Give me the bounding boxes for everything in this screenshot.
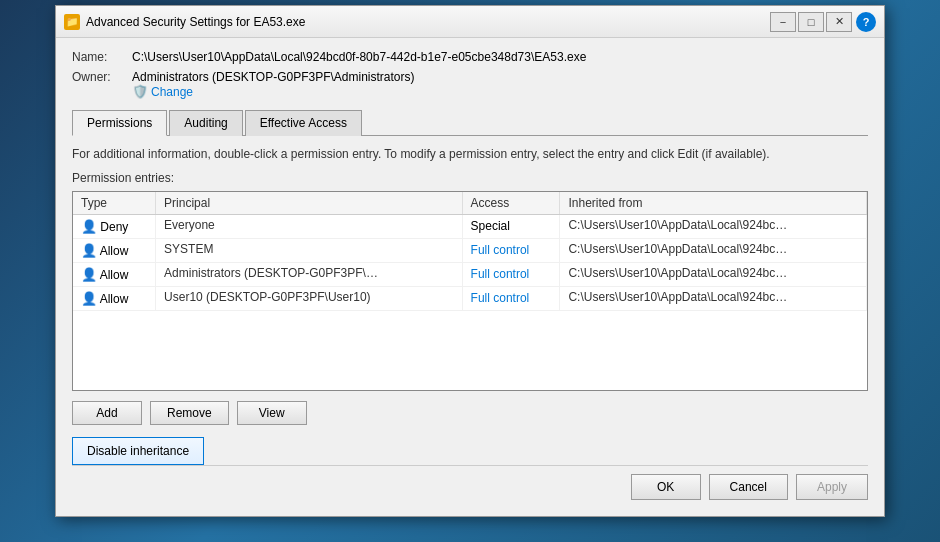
ok-button[interactable]: OK	[631, 474, 701, 500]
access-link[interactable]: Full control	[471, 267, 530, 281]
cell-principal: Administrators (DESKTOP-G0PF3PF\Admini..…	[156, 262, 463, 286]
type-label: Allow	[100, 244, 129, 258]
tab-permissions[interactable]: Permissions	[72, 110, 167, 136]
description-text: For additional information, double-click…	[72, 146, 868, 163]
cell-inherited: C:\Users\User10\AppData\Local\924bcd0f-8…	[560, 238, 867, 262]
shield-icon: 🛡️	[132, 84, 148, 99]
cell-inherited: C:\Users\User10\AppData\Local\924bcd0f-8…	[560, 262, 867, 286]
owner-label: Owner:	[72, 70, 132, 84]
cell-principal: User10 (DESKTOP-G0PF3PF\User10)	[156, 286, 463, 310]
cell-type: 👤 Allow	[73, 238, 156, 262]
cell-type: 👤 Deny	[73, 214, 156, 238]
cell-inherited: C:\Users\User10\AppData\Local\924bcd0f-8…	[560, 214, 867, 238]
principal-value: Everyone	[164, 218, 215, 232]
apply-button[interactable]: Apply	[796, 474, 868, 500]
inherited-value: C:\Users\User10\AppData\Local\924bcd0f-8…	[568, 266, 788, 280]
table-header: Type Principal Access Inherited from	[73, 192, 867, 215]
access-value: Special	[471, 219, 510, 233]
table-row[interactable]: 👤 Allow Administrators (DESKTOP-G0PF3PF\…	[73, 262, 867, 286]
type-label: Allow	[100, 268, 129, 282]
owner-value: Administrators (DESKTOP-G0PF3PF\Administ…	[132, 70, 868, 99]
user-icon: 👤	[81, 243, 97, 258]
cell-access: Full control	[462, 238, 560, 262]
folder-icon	[64, 14, 80, 30]
dialog: Advanced Security Settings for EA53.exe …	[55, 5, 885, 517]
user-icon: 👤	[81, 291, 97, 306]
cell-type: 👤 Allow	[73, 286, 156, 310]
cell-access: Full control	[462, 262, 560, 286]
section-label: Permission entries:	[72, 171, 868, 185]
name-value: C:\Users\User10\AppData\Local\924bcd0f-8…	[132, 50, 868, 64]
disable-inheritance-button[interactable]: Disable inheritance	[72, 437, 204, 465]
type-label: Deny	[100, 220, 128, 234]
tab-auditing[interactable]: Auditing	[169, 110, 242, 136]
minimize-button[interactable]: −	[770, 12, 796, 32]
table-row[interactable]: 👤 Allow SYSTEM Full control C:\Users\Use…	[73, 238, 867, 262]
cell-type: 👤 Allow	[73, 262, 156, 286]
dialog-body: Name: C:\Users\User10\AppData\Local\924b…	[56, 38, 884, 516]
principal-value: SYSTEM	[164, 242, 213, 256]
window-controls: − □ ✕	[770, 12, 852, 32]
inheritance-section: Disable inheritance	[72, 437, 868, 465]
view-button[interactable]: View	[237, 401, 307, 425]
user-icon: 👤	[81, 219, 97, 234]
permission-table: Type Principal Access Inherited from 👤 D…	[73, 192, 867, 311]
table-row[interactable]: 👤 Deny Everyone Special C:\Users\User10\…	[73, 214, 867, 238]
change-label: Change	[151, 85, 193, 99]
tabs-row: Permissions Auditing Effective Access	[72, 109, 868, 136]
name-row: Name: C:\Users\User10\AppData\Local\924b…	[72, 50, 868, 64]
access-link[interactable]: Full control	[471, 291, 530, 305]
principal-value: Administrators (DESKTOP-G0PF3PF\Admini..…	[164, 266, 384, 280]
name-label: Name:	[72, 50, 132, 64]
table-body: 👤 Deny Everyone Special C:\Users\User10\…	[73, 214, 867, 310]
inherited-value: C:\Users\User10\AppData\Local\924bcd0f-8…	[568, 290, 788, 304]
title-bar: Advanced Security Settings for EA53.exe …	[56, 6, 884, 38]
add-button[interactable]: Add	[72, 401, 142, 425]
inherited-value: C:\Users\User10\AppData\Local\924bcd0f-8…	[568, 218, 788, 232]
tab-effective-access[interactable]: Effective Access	[245, 110, 362, 136]
remove-button[interactable]: Remove	[150, 401, 229, 425]
close-button[interactable]: ✕	[826, 12, 852, 32]
principal-value: User10 (DESKTOP-G0PF3PF\User10)	[164, 290, 371, 304]
cancel-button[interactable]: Cancel	[709, 474, 788, 500]
cell-access: Full control	[462, 286, 560, 310]
col-principal: Principal	[156, 192, 463, 215]
change-link[interactable]: 🛡️ Change	[132, 84, 868, 99]
title-bar-left: Advanced Security Settings for EA53.exe	[64, 14, 305, 30]
col-access: Access	[462, 192, 560, 215]
cell-access: Special	[462, 214, 560, 238]
cell-principal: Everyone	[156, 214, 463, 238]
type-label: Allow	[100, 292, 129, 306]
col-inherited: Inherited from	[560, 192, 867, 215]
user-icon: 👤	[81, 267, 97, 282]
owner-row: Owner: Administrators (DESKTOP-G0PF3PF\A…	[72, 70, 868, 99]
dialog-title: Advanced Security Settings for EA53.exe	[86, 15, 305, 29]
access-link[interactable]: Full control	[471, 243, 530, 257]
help-button[interactable]: ?	[856, 12, 876, 32]
bottom-buttons-row: OK Cancel Apply	[72, 465, 868, 504]
inherited-value: C:\Users\User10\AppData\Local\924bcd0f-8…	[568, 242, 788, 256]
table-row[interactable]: 👤 Allow User10 (DESKTOP-G0PF3PF\User10) …	[73, 286, 867, 310]
cell-principal: SYSTEM	[156, 238, 463, 262]
action-buttons-row: Add Remove View	[72, 401, 868, 425]
cell-inherited: C:\Users\User10\AppData\Local\924bcd0f-8…	[560, 286, 867, 310]
permission-table-wrapper: Type Principal Access Inherited from 👤 D…	[72, 191, 868, 391]
col-type: Type	[73, 192, 156, 215]
maximize-button[interactable]: □	[798, 12, 824, 32]
